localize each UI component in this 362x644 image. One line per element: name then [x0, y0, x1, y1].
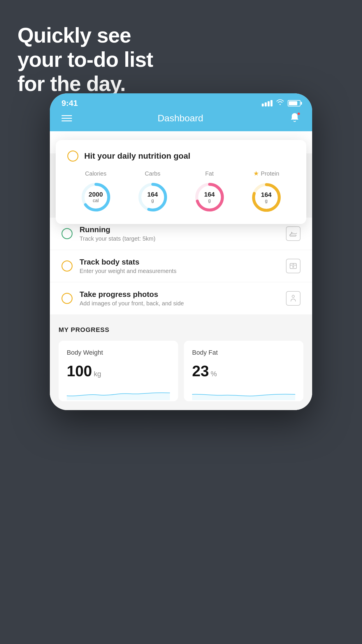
- nav-title: Dashboard: [158, 113, 203, 124]
- fat-stat: Fat 164 g: [194, 170, 226, 213]
- body-stats-text: Track body stats Enter your weight and m…: [80, 258, 279, 274]
- hero-line2: your to-do list: [17, 48, 153, 72]
- progress-cards: Body Weight 100 kg Body Fat 23 %: [59, 341, 303, 401]
- svg-point-12: [292, 295, 294, 298]
- body-weight-unit: kg: [94, 370, 101, 378]
- carbs-unit: g: [151, 198, 154, 203]
- body-fat-value-wrapper: 23 %: [192, 362, 295, 380]
- top-nav: Dashboard: [50, 108, 312, 131]
- status-bar: 9:41: [50, 93, 312, 108]
- photos-text: Take progress photos Add images of your …: [80, 290, 279, 307]
- carbs-value: 164: [147, 191, 158, 198]
- body-weight-sparkline: [67, 386, 170, 400]
- fat-value: 164: [204, 191, 215, 198]
- protein-label-wrapper: ★ Protein: [253, 170, 279, 177]
- protein-stat: ★ Protein 164 g: [250, 170, 282, 214]
- protein-donut: 164 g: [250, 181, 282, 214]
- protein-label: Protein: [261, 170, 279, 177]
- running-text: Running Track your stats (target: 5km): [80, 225, 279, 242]
- nutrition-radio[interactable]: [67, 150, 78, 162]
- protein-unit: g: [265, 198, 268, 203]
- person-icon: [289, 294, 297, 302]
- nutrition-card-header: Hit your daily nutrition goal: [67, 150, 295, 162]
- notification-dot: [297, 112, 301, 116]
- nutrition-stats: Calories 2000 cal Carbs: [67, 170, 295, 214]
- photos-radio: [61, 293, 73, 304]
- todo-list: Running Track your stats (target: 5km) T…: [50, 218, 312, 314]
- svg-point-11: [293, 266, 294, 267]
- battery-icon: [288, 100, 301, 106]
- photos-subtitle: Add images of your front, back, and side: [80, 300, 279, 307]
- progress-title: MY PROGRESS: [59, 326, 303, 334]
- scale-icon: [289, 262, 297, 270]
- carbs-label: Carbs: [145, 170, 160, 177]
- body-weight-card: Body Weight 100 kg: [59, 341, 178, 401]
- star-icon: ★: [253, 170, 259, 177]
- calories-unit: cal: [93, 198, 99, 203]
- body-stats-radio: [61, 260, 73, 272]
- protein-value: 164: [261, 191, 272, 198]
- shoe-icon-box: [286, 226, 301, 241]
- phone-content: THINGS TO DO TODAY Hit your daily nutrit…: [50, 131, 312, 410]
- body-fat-title: Body Fat: [192, 349, 295, 356]
- running-subtitle: Track your stats (target: 5km): [80, 235, 279, 242]
- todo-item-body-stats[interactable]: Track body stats Enter your weight and m…: [50, 250, 312, 282]
- progress-section: MY PROGRESS Body Weight 100 kg B: [50, 314, 312, 410]
- scale-icon-box: [286, 259, 301, 273]
- carbs-stat: Carbs 164 g: [137, 170, 169, 213]
- wifi-icon: [276, 99, 284, 107]
- fat-donut: 164 g: [194, 181, 226, 213]
- carbs-donut: 164 g: [137, 181, 169, 213]
- body-fat-card: Body Fat 23 %: [184, 341, 303, 401]
- person-icon-box: [286, 291, 301, 306]
- calories-label: Calories: [85, 170, 106, 177]
- body-fat-sparkline: [192, 386, 295, 400]
- hero-line3: for the day.: [17, 72, 153, 96]
- nutrition-card-title: Hit your daily nutrition goal: [84, 151, 190, 161]
- todo-item-progress-photos[interactable]: Take progress photos Add images of your …: [50, 282, 312, 314]
- body-fat-unit: %: [211, 370, 217, 378]
- body-weight-number: 100: [67, 362, 92, 380]
- status-time: 9:41: [61, 99, 78, 108]
- shoe-icon: [289, 230, 297, 238]
- fat-label: Fat: [205, 170, 214, 177]
- hero-line1: Quickly see: [17, 23, 153, 48]
- calories-value: 2000: [89, 191, 103, 198]
- running-radio: [61, 228, 73, 239]
- hamburger-menu[interactable]: [61, 115, 72, 121]
- body-stats-subtitle: Enter your weight and measurements: [80, 268, 279, 274]
- body-weight-value-wrapper: 100 kg: [67, 362, 170, 380]
- phone-frame: 9:41 Dashboard: [50, 93, 312, 410]
- hero-text: Quickly see your to-do list for the day.: [17, 23, 153, 96]
- body-weight-title: Body Weight: [67, 349, 170, 356]
- body-stats-title: Track body stats: [80, 258, 279, 267]
- fat-unit: g: [208, 198, 211, 203]
- running-title: Running: [80, 225, 279, 234]
- notification-bell-icon[interactable]: [289, 112, 301, 124]
- calories-stat: Calories 2000 cal: [80, 170, 112, 213]
- body-fat-number: 23: [192, 362, 209, 380]
- photos-title: Take progress photos: [80, 290, 279, 299]
- calories-donut: 2000 cal: [80, 181, 112, 213]
- status-icons: [262, 99, 301, 107]
- signal-icon: [262, 100, 273, 106]
- nutrition-card: Hit your daily nutrition goal Calories 2…: [56, 140, 306, 224]
